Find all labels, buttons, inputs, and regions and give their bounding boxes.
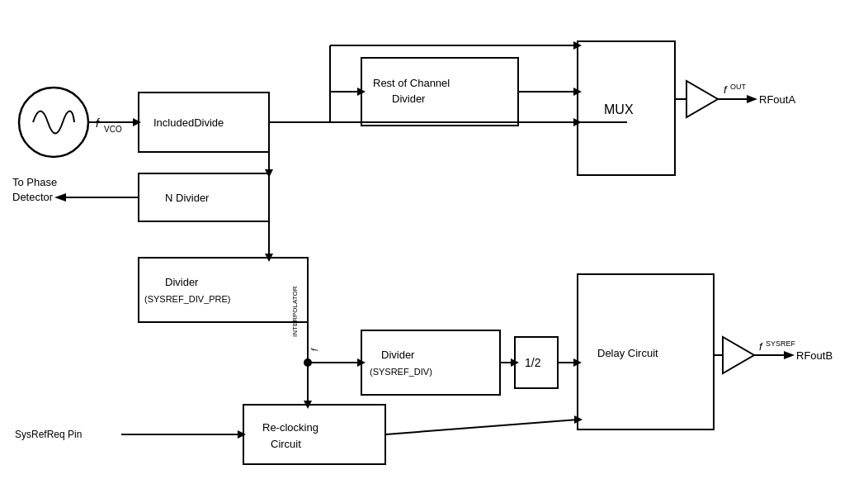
svg-text:1/2: 1/2 bbox=[525, 356, 541, 369]
svg-text:Delay Circuit: Delay Circuit bbox=[597, 347, 658, 359]
svg-text:VCO: VCO bbox=[104, 125, 122, 134]
svg-rect-125 bbox=[243, 405, 385, 464]
svg-text:(SYSREF_DIV): (SYSREF_DIV) bbox=[370, 367, 432, 377]
svg-text:Divider: Divider bbox=[381, 349, 415, 361]
svg-text:Divider: Divider bbox=[165, 276, 199, 288]
svg-text:Rest of Channel: Rest of Channel bbox=[373, 77, 450, 89]
svg-text:MUX: MUX bbox=[604, 102, 634, 116]
svg-text:OUT: OUT bbox=[730, 83, 747, 91]
svg-text:RFoutB: RFoutB bbox=[796, 349, 833, 362]
svg-text:To Phase: To Phase bbox=[12, 176, 57, 188]
svg-rect-92 bbox=[361, 58, 518, 126]
svg-rect-109 bbox=[139, 258, 308, 322]
svg-point-87 bbox=[19, 88, 88, 157]
svg-text:Detector: Detector bbox=[12, 191, 54, 203]
svg-text:SysRefReq Pin: SysRefReq Pin bbox=[15, 429, 82, 440]
svg-text:N Divider: N Divider bbox=[165, 192, 210, 204]
svg-text:IncludedDivide: IncludedDivide bbox=[153, 116, 224, 129]
svg-text:INTERPOLATOR: INTERPOLATOR bbox=[291, 286, 299, 337]
block-diagram: f VCO IncludedDivide Rest of Channel Div… bbox=[0, 0, 868, 484]
svg-text:SYSREF: SYSREF bbox=[766, 339, 796, 348]
svg-text:Re-clocking: Re-clocking bbox=[262, 421, 318, 434]
svg-text:Circuit: Circuit bbox=[271, 438, 301, 450]
svg-rect-112 bbox=[361, 330, 500, 395]
svg-text:Divider: Divider bbox=[392, 93, 426, 105]
svg-text:(SYSREF_DIV_PRE): (SYSREF_DIV_PRE) bbox=[144, 294, 231, 304]
svg-text:RFoutA: RFoutA bbox=[759, 93, 795, 106]
